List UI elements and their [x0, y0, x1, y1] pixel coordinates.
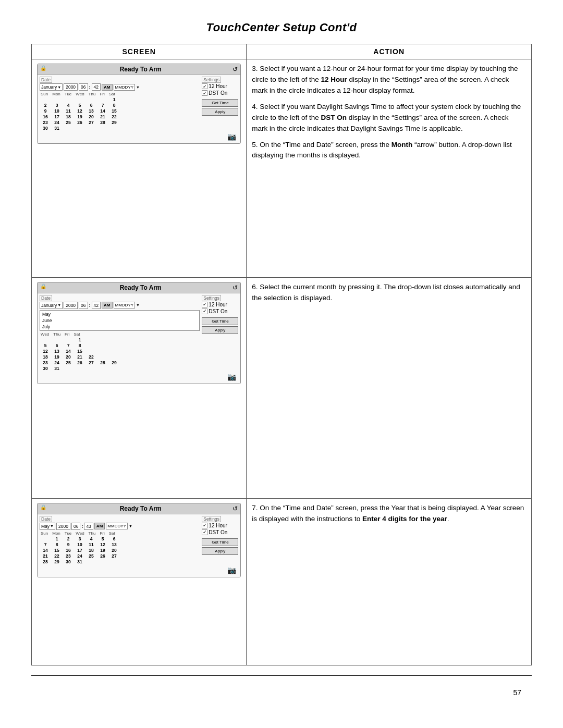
- bottom-icon-1: 📷: [227, 132, 236, 141]
- dst-checkbox-3[interactable]: ✓: [202, 529, 207, 535]
- days-row-2: WedThuFriSat: [40, 332, 200, 337]
- dst-row-3: ✓ DST On: [202, 529, 238, 535]
- calendar-2: 1 5678 12131415: [40, 337, 200, 371]
- minute-field-1[interactable]: 42: [92, 83, 101, 91]
- 12hour-checkbox-1[interactable]: ✓: [202, 83, 207, 89]
- days-row-1: SunMonTueWedThuFriSat: [40, 92, 200, 96]
- get-time-btn-1[interactable]: Get Time: [202, 99, 238, 107]
- dst-label-3: DST On: [209, 529, 227, 535]
- screen-column-header: SCREEN: [32, 44, 247, 59]
- dropdown-item-july[interactable]: July: [41, 324, 199, 330]
- 12hour-row-1: ✓ 12 Hour: [202, 83, 238, 89]
- screen-mockup-3: 🔒 Ready To Arm ↺ Date May▼: [37, 503, 241, 577]
- 12hour-label-2: 12 Hour: [209, 302, 227, 307]
- 12hour-row-2: ✓ 12 Hour: [202, 302, 238, 307]
- screen-arrow-3: ↺: [232, 505, 238, 512]
- year-field-2[interactable]: 2000: [64, 302, 78, 309]
- screen-title-1: Ready To Arm: [48, 66, 232, 73]
- screen-arrow-2: ↺: [232, 284, 238, 291]
- screen-cell-1: 🔒 Ready To Arm ↺ Date January▼: [32, 59, 247, 278]
- get-time-btn-2[interactable]: Get Time: [202, 317, 238, 325]
- days-row-3: SunMonTueWedThuFriSat: [40, 531, 200, 536]
- ampm-field-1[interactable]: AM: [102, 84, 112, 91]
- dst-label-1: DST On: [209, 90, 227, 96]
- screen-cell-3: 🔒 Ready To Arm ↺ Date May▼: [32, 498, 247, 665]
- calendar-3: 123456 78910111213 14151617181920: [40, 536, 200, 564]
- dst-row-2: ✓ DST On: [202, 309, 238, 314]
- hour-field-1[interactable]: 06: [79, 83, 88, 91]
- dateformat-3: MMDDYY: [106, 523, 128, 529]
- screen-cell-2: 🔒 Ready To Arm ↺ Date January▼: [32, 277, 247, 498]
- month-dropdown-2[interactable]: May June July: [40, 310, 200, 331]
- ampm-field-3[interactable]: AM: [94, 523, 105, 529]
- 12hour-checkbox-3[interactable]: ✓: [202, 523, 207, 528]
- settings-section-label-3: Settings: [202, 516, 221, 522]
- get-time-btn-3[interactable]: Get Time: [202, 538, 238, 546]
- dateformat-arrow-2[interactable]: ▼: [136, 303, 140, 307]
- action-column-header: ACTION: [247, 44, 532, 59]
- 12hour-label-3: 12 Hour: [209, 523, 227, 528]
- settings-section-label-2: Settings: [202, 295, 221, 301]
- screen-icon-2: 🔒: [40, 283, 48, 292]
- bottom-icon-2: 📷: [227, 373, 236, 381]
- dropdown-item-may[interactable]: May: [41, 311, 199, 317]
- action-cell-1: 3. Select if you want a 12-hour or 24-ho…: [247, 59, 532, 278]
- screen-icon-3: 🔒: [40, 504, 48, 513]
- settings-section-label-1: Settings: [202, 77, 221, 83]
- month-select-2[interactable]: January▼: [40, 302, 63, 309]
- action-text-2: 6. Select the current month by pressing …: [252, 282, 526, 304]
- month-select-3[interactable]: May▼: [40, 523, 55, 530]
- action-cell-3: 7. On the “Time and Date” screen, press …: [247, 498, 532, 665]
- page-number: 57: [31, 688, 532, 697]
- dateformat-1: MMDDYY: [114, 84, 136, 91]
- date-section-label-1: Date: [40, 77, 52, 83]
- screen-mockup-2: 🔒 Ready To Arm ↺ Date January▼: [37, 282, 241, 384]
- action-text-1: 3. Select if you want a 12-hour or 24-ho…: [252, 64, 526, 161]
- apply-btn-3[interactable]: Apply: [202, 547, 238, 555]
- page-title: TouchCenter Setup Cont'd: [31, 21, 532, 34]
- dateformat-2: MMDDYY: [114, 302, 136, 309]
- calendar-1: 1 2345678 9101112131415: [40, 97, 200, 131]
- screen-mockup-1: 🔒 Ready To Arm ↺ Date January▼: [37, 64, 241, 144]
- bottom-icon-3: 📷: [227, 566, 236, 574]
- minute-field-3[interactable]: 43: [84, 523, 93, 530]
- 12hour-row-3: ✓ 12 Hour: [202, 523, 238, 528]
- apply-btn-2[interactable]: Apply: [202, 326, 238, 334]
- minute-field-2[interactable]: 42: [92, 302, 101, 309]
- month-select-1[interactable]: January▼: [40, 83, 63, 91]
- screen-title-3: Ready To Arm: [48, 505, 232, 512]
- year-field-3[interactable]: 2000: [56, 523, 70, 530]
- ampm-field-2[interactable]: AM: [102, 302, 112, 309]
- screen-icon-1: 🔒: [40, 65, 48, 73]
- dst-checkbox-2[interactable]: ✓: [202, 309, 207, 314]
- action-text-3: 7. On the “Time and Date” screen, press …: [252, 503, 526, 525]
- dst-checkbox-1[interactable]: ✓: [202, 90, 207, 96]
- 12hour-label-1: 12 Hour: [209, 83, 227, 89]
- date-section-label-2: Date: [40, 295, 52, 301]
- date-section-label-3: Date: [40, 516, 52, 522]
- dropdown-item-june[interactable]: June: [41, 317, 199, 324]
- screen-title-2: Ready To Arm: [48, 284, 232, 291]
- hour-field-2[interactable]: 06: [79, 302, 88, 309]
- screen-arrow-1: ↺: [232, 66, 238, 73]
- dst-row-1: ✓ DST On: [202, 90, 238, 96]
- dst-label-2: DST On: [209, 309, 227, 314]
- action-cell-2: 6. Select the current month by pressing …: [247, 277, 532, 498]
- apply-btn-1[interactable]: Apply: [202, 108, 238, 116]
- hour-field-3[interactable]: 06: [71, 523, 80, 530]
- dateformat-arrow-1[interactable]: ▼: [136, 85, 140, 89]
- 12hour-checkbox-2[interactable]: ✓: [202, 302, 207, 307]
- year-field-1[interactable]: 2000: [64, 83, 78, 91]
- dateformat-arrow-3[interactable]: ▼: [129, 524, 132, 528]
